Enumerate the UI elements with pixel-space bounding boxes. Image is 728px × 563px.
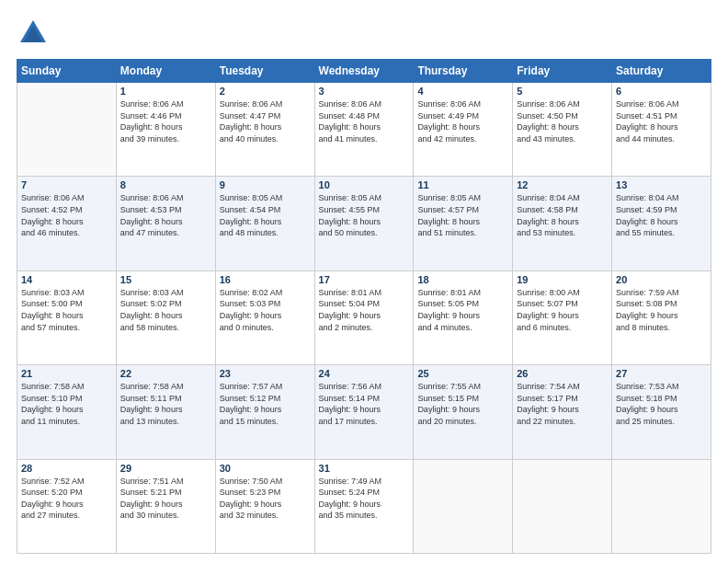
day-info: Sunrise: 8:06 AM Sunset: 4:52 PM Dayligh… bbox=[21, 192, 112, 238]
day-info: Sunrise: 8:04 AM Sunset: 4:58 PM Dayligh… bbox=[517, 192, 608, 238]
calendar-cell: 31Sunrise: 7:49 AM Sunset: 5:24 PM Dayli… bbox=[314, 459, 414, 553]
day-number: 22 bbox=[120, 368, 211, 379]
day-number: 17 bbox=[319, 274, 410, 285]
day-number: 26 bbox=[517, 368, 608, 379]
week-row-5: 28Sunrise: 7:52 AM Sunset: 5:20 PM Dayli… bbox=[17, 459, 711, 553]
calendar-cell: 12Sunrise: 8:04 AM Sunset: 4:58 PM Dayli… bbox=[513, 177, 612, 270]
day-info: Sunrise: 7:56 AM Sunset: 5:14 PM Dayligh… bbox=[319, 381, 410, 427]
day-info: Sunrise: 7:55 AM Sunset: 5:15 PM Dayligh… bbox=[417, 381, 508, 427]
day-info: Sunrise: 8:06 AM Sunset: 4:51 PM Dayligh… bbox=[616, 98, 707, 144]
day-info: Sunrise: 8:04 AM Sunset: 4:59 PM Dayligh… bbox=[616, 192, 707, 238]
calendar-cell: 8Sunrise: 8:06 AM Sunset: 4:53 PM Daylig… bbox=[116, 177, 215, 270]
day-number: 12 bbox=[517, 179, 608, 190]
day-number: 16 bbox=[220, 274, 311, 285]
day-info: Sunrise: 8:06 AM Sunset: 4:53 PM Dayligh… bbox=[120, 192, 211, 238]
day-info: Sunrise: 8:06 AM Sunset: 4:48 PM Dayligh… bbox=[319, 98, 410, 144]
calendar-cell: 4Sunrise: 8:06 AM Sunset: 4:49 PM Daylig… bbox=[414, 83, 513, 177]
calendar-cell: 6Sunrise: 8:06 AM Sunset: 4:51 PM Daylig… bbox=[612, 83, 711, 177]
day-number: 24 bbox=[319, 368, 410, 379]
calendar-cell: 27Sunrise: 7:53 AM Sunset: 5:18 PM Dayli… bbox=[612, 365, 711, 459]
day-info: Sunrise: 8:03 AM Sunset: 5:00 PM Dayligh… bbox=[21, 287, 112, 333]
calendar-table: SundayMondayTuesdayWednesdayThursdayFrid… bbox=[17, 59, 711, 554]
weekday-header-wednesday: Wednesday bbox=[314, 60, 414, 83]
day-number: 31 bbox=[319, 463, 410, 474]
day-number: 5 bbox=[517, 86, 608, 97]
calendar-cell: 26Sunrise: 7:54 AM Sunset: 5:17 PM Dayli… bbox=[513, 365, 612, 459]
calendar-cell: 1Sunrise: 8:06 AM Sunset: 4:46 PM Daylig… bbox=[116, 83, 215, 177]
day-number: 19 bbox=[517, 274, 608, 285]
weekday-header-sunday: Sunday bbox=[17, 60, 117, 83]
day-number: 4 bbox=[417, 86, 508, 97]
day-number: 18 bbox=[417, 274, 508, 285]
page: SundayMondayTuesdayWednesdayThursdayFrid… bbox=[0, 0, 728, 563]
day-number: 8 bbox=[120, 179, 211, 190]
calendar-cell: 29Sunrise: 7:51 AM Sunset: 5:21 PM Dayli… bbox=[116, 459, 215, 553]
calendar-cell: 17Sunrise: 8:01 AM Sunset: 5:04 PM Dayli… bbox=[314, 270, 414, 364]
calendar-cell bbox=[513, 459, 612, 553]
day-number: 25 bbox=[417, 368, 508, 379]
day-info: Sunrise: 8:05 AM Sunset: 4:55 PM Dayligh… bbox=[319, 192, 410, 238]
day-info: Sunrise: 7:58 AM Sunset: 5:11 PM Dayligh… bbox=[120, 381, 211, 427]
calendar-cell: 5Sunrise: 8:06 AM Sunset: 4:50 PM Daylig… bbox=[513, 83, 612, 177]
day-number: 9 bbox=[220, 179, 311, 190]
calendar-cell: 25Sunrise: 7:55 AM Sunset: 5:15 PM Dayli… bbox=[414, 365, 513, 459]
calendar-cell: 28Sunrise: 7:52 AM Sunset: 5:20 PM Dayli… bbox=[17, 459, 117, 553]
calendar-cell: 7Sunrise: 8:06 AM Sunset: 4:52 PM Daylig… bbox=[17, 177, 117, 270]
day-info: Sunrise: 7:59 AM Sunset: 5:08 PM Dayligh… bbox=[616, 287, 707, 333]
calendar-cell: 15Sunrise: 8:03 AM Sunset: 5:02 PM Dayli… bbox=[116, 270, 215, 364]
logo bbox=[17, 17, 53, 50]
day-info: Sunrise: 8:01 AM Sunset: 5:05 PM Dayligh… bbox=[417, 287, 508, 333]
weekday-header-thursday: Thursday bbox=[414, 60, 513, 83]
day-info: Sunrise: 8:02 AM Sunset: 5:03 PM Dayligh… bbox=[220, 287, 311, 333]
day-info: Sunrise: 8:06 AM Sunset: 4:49 PM Dayligh… bbox=[417, 98, 508, 144]
calendar-cell: 14Sunrise: 8:03 AM Sunset: 5:00 PM Dayli… bbox=[17, 270, 117, 364]
calendar-cell: 11Sunrise: 8:05 AM Sunset: 4:57 PM Dayli… bbox=[414, 177, 513, 270]
calendar-cell bbox=[612, 459, 711, 553]
day-info: Sunrise: 8:00 AM Sunset: 5:07 PM Dayligh… bbox=[517, 287, 608, 333]
week-row-1: 1Sunrise: 8:06 AM Sunset: 4:46 PM Daylig… bbox=[17, 83, 711, 177]
week-row-4: 21Sunrise: 7:58 AM Sunset: 5:10 PM Dayli… bbox=[17, 365, 711, 459]
header bbox=[17, 17, 711, 50]
day-info: Sunrise: 7:57 AM Sunset: 5:12 PM Dayligh… bbox=[220, 381, 311, 427]
weekday-header-tuesday: Tuesday bbox=[215, 60, 314, 83]
calendar-cell: 21Sunrise: 7:58 AM Sunset: 5:10 PM Dayli… bbox=[17, 365, 117, 459]
day-info: Sunrise: 7:54 AM Sunset: 5:17 PM Dayligh… bbox=[517, 381, 608, 427]
day-info: Sunrise: 8:05 AM Sunset: 4:57 PM Dayligh… bbox=[417, 192, 508, 238]
calendar-cell: 13Sunrise: 8:04 AM Sunset: 4:59 PM Dayli… bbox=[612, 177, 711, 270]
day-info: Sunrise: 7:50 AM Sunset: 5:23 PM Dayligh… bbox=[220, 476, 311, 522]
calendar-body: 1Sunrise: 8:06 AM Sunset: 4:46 PM Daylig… bbox=[17, 83, 711, 554]
calendar-cell: 22Sunrise: 7:58 AM Sunset: 5:11 PM Dayli… bbox=[116, 365, 215, 459]
weekday-header-friday: Friday bbox=[513, 60, 612, 83]
day-number: 1 bbox=[120, 86, 211, 97]
day-number: 21 bbox=[21, 368, 112, 379]
day-number: 30 bbox=[220, 463, 311, 474]
calendar-cell bbox=[17, 83, 117, 177]
calendar-cell: 3Sunrise: 8:06 AM Sunset: 4:48 PM Daylig… bbox=[314, 83, 414, 177]
week-row-3: 14Sunrise: 8:03 AM Sunset: 5:00 PM Dayli… bbox=[17, 270, 711, 364]
day-info: Sunrise: 7:51 AM Sunset: 5:21 PM Dayligh… bbox=[120, 476, 211, 522]
day-info: Sunrise: 8:06 AM Sunset: 4:47 PM Dayligh… bbox=[220, 98, 311, 144]
day-number: 13 bbox=[616, 179, 707, 190]
day-number: 3 bbox=[319, 86, 410, 97]
day-info: Sunrise: 7:49 AM Sunset: 5:24 PM Dayligh… bbox=[319, 476, 410, 522]
day-number: 29 bbox=[120, 463, 211, 474]
logo-icon bbox=[17, 17, 50, 50]
calendar-cell: 9Sunrise: 8:05 AM Sunset: 4:54 PM Daylig… bbox=[215, 177, 314, 270]
day-number: 28 bbox=[21, 463, 112, 474]
day-number: 23 bbox=[220, 368, 311, 379]
calendar-cell bbox=[414, 459, 513, 553]
day-number: 6 bbox=[616, 86, 707, 97]
day-info: Sunrise: 8:06 AM Sunset: 4:46 PM Dayligh… bbox=[120, 98, 211, 144]
day-info: Sunrise: 8:01 AM Sunset: 5:04 PM Dayligh… bbox=[319, 287, 410, 333]
day-number: 2 bbox=[220, 86, 311, 97]
day-number: 10 bbox=[319, 179, 410, 190]
day-info: Sunrise: 7:53 AM Sunset: 5:18 PM Dayligh… bbox=[616, 381, 707, 427]
day-number: 14 bbox=[21, 274, 112, 285]
weekday-header-monday: Monday bbox=[116, 60, 215, 83]
day-number: 20 bbox=[616, 274, 707, 285]
day-info: Sunrise: 7:52 AM Sunset: 5:20 PM Dayligh… bbox=[21, 476, 112, 522]
day-number: 7 bbox=[21, 179, 112, 190]
weekday-header-row: SundayMondayTuesdayWednesdayThursdayFrid… bbox=[17, 60, 711, 83]
calendar-cell: 23Sunrise: 7:57 AM Sunset: 5:12 PM Dayli… bbox=[215, 365, 314, 459]
week-row-2: 7Sunrise: 8:06 AM Sunset: 4:52 PM Daylig… bbox=[17, 177, 711, 270]
